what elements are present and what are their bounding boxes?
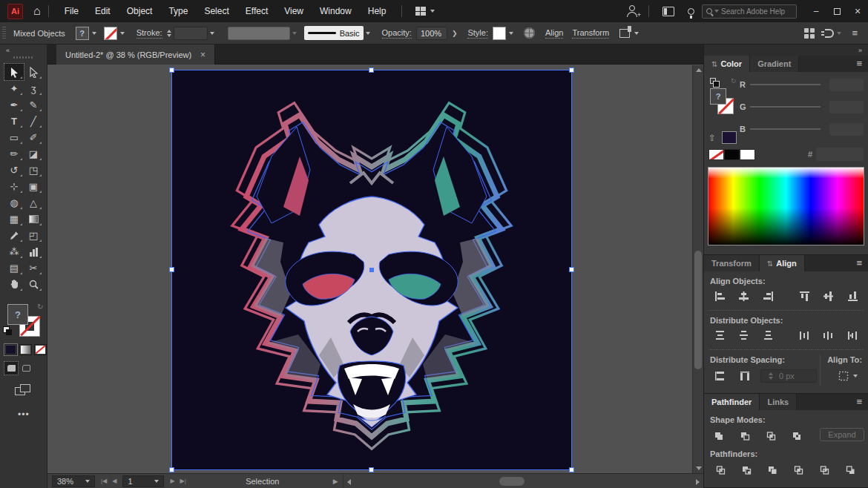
slice-tool[interactable]: ✂ <box>24 260 43 276</box>
all-tools-grid-icon[interactable] <box>804 28 815 39</box>
next-artboard-icon[interactable]: ▶ <box>170 478 174 484</box>
merge-button[interactable] <box>763 461 783 476</box>
unite-button[interactable] <box>710 427 729 442</box>
shaper-tool[interactable]: ✏ <box>4 145 24 162</box>
stroke-label[interactable]: Stroke: <box>137 28 162 39</box>
snap-chevron-icon[interactable] <box>837 32 841 35</box>
draw-normal-mode[interactable] <box>4 362 18 375</box>
spacing-stepper[interactable] <box>769 372 773 380</box>
selection-tool[interactable] <box>4 64 24 80</box>
none-swatch[interactable] <box>708 149 724 160</box>
selection-handle-top-left[interactable] <box>169 67 174 73</box>
hex-value-field[interactable] <box>816 148 864 161</box>
last-artboard-icon[interactable]: ▶| <box>180 478 186 484</box>
align-panel-menu-icon[interactable]: ≡ <box>856 257 862 268</box>
toolbar-drag-handle[interactable] <box>13 56 34 59</box>
align-horizontal-center-button[interactable] <box>734 288 754 303</box>
horizontal-scrollbar[interactable] <box>343 474 703 488</box>
collapse-panels-icon[interactable]: » <box>704 44 868 56</box>
draw-inside-mode[interactable] <box>34 362 47 375</box>
menu-edit[interactable]: Edit <box>87 0 119 22</box>
selection-handle-bottom-right[interactable] <box>569 467 574 472</box>
selection-handle-mid-left[interactable] <box>169 267 174 272</box>
tab-gradient[interactable]: Gradient <box>750 56 799 72</box>
magic-wand-tool[interactable]: ✦ <box>4 80 24 96</box>
last-color-swatch[interactable] <box>722 131 737 144</box>
drag-handle[interactable] <box>2 27 6 40</box>
change-screen-mode-icon[interactable] <box>15 384 31 396</box>
workspace-switcher[interactable] <box>415 7 435 16</box>
hand-tool[interactable] <box>4 276 24 292</box>
cycle-icon[interactable]: ⇅ <box>767 260 773 268</box>
fill-proxy-mixed[interactable]: ? <box>710 88 726 105</box>
tab-color[interactable]: ⇅ Color <box>704 56 750 72</box>
artboard[interactable] <box>172 70 571 469</box>
symbol-sprayer-tool[interactable]: ⁂ <box>4 243 24 260</box>
lasso-tool[interactable]: ʒ <box>24 80 43 96</box>
collapse-toolbar-icon[interactable]: « <box>6 47 10 54</box>
trim-button[interactable] <box>737 461 757 476</box>
scroll-right-icon[interactable] <box>696 479 700 485</box>
edit-toolbar-icon[interactable]: ••• <box>18 409 30 420</box>
shape-builder-tool[interactable]: ◍ <box>4 194 24 211</box>
menu-select[interactable]: Select <box>196 0 237 22</box>
draw-behind-mode[interactable] <box>19 362 33 375</box>
close-button[interactable]: × <box>847 0 868 22</box>
stroke-weight-stepper[interactable] <box>167 30 171 37</box>
paintbrush-tool[interactable]: ✐ <box>24 129 43 145</box>
snap-options-icon[interactable] <box>825 29 834 38</box>
illustrator-logo-icon[interactable]: Ai <box>7 4 23 19</box>
stroke-weight-field[interactable] <box>174 27 208 40</box>
align-top-button[interactable] <box>795 288 814 303</box>
rotate-tool[interactable]: ↺ <box>4 162 24 178</box>
vertical-scroll-thumb[interactable] <box>694 251 702 369</box>
horizontal-distribute-space-button[interactable] <box>735 369 754 383</box>
swap-fill-stroke-icon[interactable]: ↺ <box>37 303 43 311</box>
horizontal-scroll-thumb[interactable] <box>499 477 525 486</box>
eyedropper-tool[interactable] <box>4 227 24 243</box>
distribute-horizontal-center-button[interactable] <box>819 328 838 343</box>
align-bottom-button[interactable] <box>843 288 862 303</box>
fill-proxy-mixed[interactable]: ? <box>7 304 28 325</box>
distribute-top-button[interactable] <box>710 328 729 343</box>
help-search[interactable] <box>702 4 797 19</box>
perspective-grid-tool[interactable]: △ <box>24 194 43 211</box>
account-icon[interactable]: + <box>626 5 638 17</box>
free-transform-tool[interactable]: ▣ <box>24 178 43 194</box>
status-flyout-icon[interactable]: ▶ <box>333 478 338 485</box>
stroke-style-dropdown[interactable]: Basic <box>304 26 364 40</box>
color-panel-menu-icon[interactable]: ≡ <box>856 58 862 69</box>
blend-tool[interactable]: ◰ <box>24 227 43 243</box>
menu-type[interactable]: Type <box>160 0 196 22</box>
expand-button[interactable]: Expand <box>820 428 864 441</box>
align-link[interactable]: Align <box>545 28 563 39</box>
brush-chevron-icon[interactable] <box>292 32 297 35</box>
pathfinder-panel-menu-icon[interactable]: ≡ <box>856 396 862 407</box>
document-tab[interactable]: Untitled-2* @ 38 % (RGB/Preview) × <box>56 44 215 65</box>
zoom-level-dropdown[interactable]: 38% <box>52 475 95 487</box>
swap-fill-stroke-icon[interactable]: ↺ <box>731 77 737 85</box>
gradient-button[interactable] <box>19 344 32 355</box>
green-slider[interactable] <box>750 106 821 108</box>
home-icon[interactable]: ⌂ <box>33 5 41 17</box>
direct-selection-tool[interactable] <box>24 64 43 80</box>
red-slider[interactable] <box>750 84 821 85</box>
gradient-tool[interactable] <box>24 211 43 227</box>
mesh-tool[interactable]: ▦ <box>4 211 24 227</box>
color-spectrum[interactable] <box>708 167 864 245</box>
vertical-distribute-space-button[interactable] <box>710 369 729 383</box>
minus-front-button[interactable] <box>736 427 755 442</box>
close-tab-icon[interactable]: × <box>200 50 206 60</box>
vertical-scrollbar[interactable] <box>692 65 703 473</box>
rectangle-tool[interactable]: ▭ <box>4 129 24 145</box>
intersect-button[interactable] <box>762 427 781 442</box>
selection-handle-bottom-left[interactable] <box>169 467 174 472</box>
color-button[interactable] <box>4 344 17 355</box>
crop-button[interactable] <box>789 461 809 476</box>
selection-handle-mid-right[interactable] <box>569 267 574 272</box>
isolate-selected-object-icon[interactable] <box>619 29 630 38</box>
opacity-label[interactable]: Opacity: <box>382 28 412 39</box>
canvas[interactable] <box>47 65 703 473</box>
isolate-chevron-icon[interactable] <box>634 32 639 35</box>
fill-color-swatch[interactable]: ? <box>76 27 89 40</box>
